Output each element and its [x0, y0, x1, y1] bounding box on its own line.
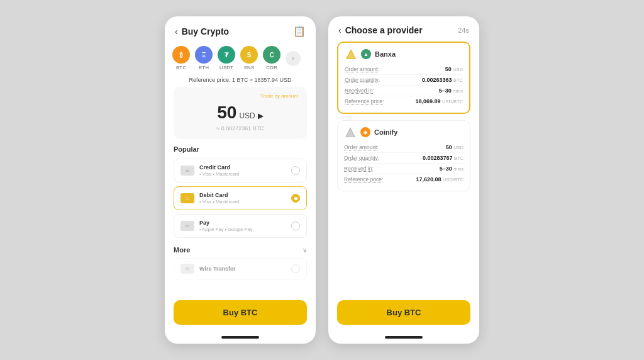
banxa-order-amount-label: Order amount: [345, 66, 379, 72]
coinify-received-value: 5–30 mins [440, 166, 464, 172]
banxa-received-label: Received in: [345, 87, 374, 94]
amount-display: 50 USD ▶ [182, 103, 298, 123]
tab-cdr[interactable]: C CDR [263, 46, 280, 70]
coinify-order-qty-row: Order quantity: 0.00283767 BTC [344, 153, 464, 164]
left-header: ‹ Buy Crypto 📋 [165, 16, 316, 43]
wire-transfer-radio[interactable] [291, 264, 300, 273]
amount-number[interactable]: 50 [217, 103, 236, 123]
sns-label: SNS [244, 65, 254, 70]
banxa-ref-price-label: Reference price: [345, 98, 384, 104]
pay-info: Pay • Apple Pay • Google Pay [199, 220, 286, 232]
radio-dot [294, 197, 297, 200]
reference-price-label: Reference price: [189, 77, 230, 83]
back-button-right[interactable]: ‹ [338, 25, 341, 35]
pay-icon: ▭ [180, 221, 194, 231]
coinify-logo-icon: ◈ [360, 127, 370, 137]
banxa-name: Banxa [375, 50, 396, 58]
left-screen-title: Buy Crypto [182, 26, 229, 37]
banxa-card[interactable]: ▲ Banxa Order amount: 50 USD Order quant… [337, 42, 470, 114]
wire-transfer-info: Wire Transfer [199, 266, 286, 272]
usdt-icon: ₮ [218, 46, 235, 64]
eth-icon: Ξ [195, 46, 213, 64]
coinify-name: Coinify [374, 128, 397, 136]
pay-radio[interactable] [291, 222, 300, 230]
coinify-ref-price-value: 17,620.08 USD/BTC [416, 176, 464, 183]
debit-card-subs: • Visa • Mastercard [199, 199, 286, 205]
credit-card-radio[interactable] [291, 166, 300, 175]
btc-icon: ₿ [172, 46, 190, 64]
reference-price-value: 1 BTC ≈ 18357.94 USD [232, 77, 292, 83]
tab-eth[interactable]: Ξ ETH [195, 46, 213, 70]
usdt-label: USDT [219, 65, 233, 70]
coinify-details: Order amount: 50 USD Order quantity: 0.0… [338, 142, 470, 191]
credit-card-name: Credit Card [199, 164, 286, 171]
banxa-order-amount-row: Order amount: 50 USD [345, 64, 463, 75]
more-title: More [174, 246, 190, 254]
banxa-badge-icon [345, 48, 357, 60]
banxa-received-row: Received in: 5–30 mins [345, 86, 463, 96]
coinify-order-qty-value: 0.00283767 BTC [423, 155, 464, 161]
debit-card-info: Debit Card • Visa • Mastercard [199, 192, 286, 205]
banxa-ref-price-row: Reference price: 18,069.89 USD/BTC [345, 96, 463, 106]
coinify-order-qty-label: Order quantity: [344, 155, 379, 161]
banxa-header: ▲ Banxa [338, 43, 469, 64]
banxa-order-qty-label: Order quantity: [345, 77, 380, 83]
pay-option[interactable]: ▭ Pay • Apple Pay • Google Pay [174, 214, 307, 238]
credit-card-info: Credit Card • Visa • Mastercard [199, 164, 286, 177]
right-screen-title: Choose a provider [345, 25, 423, 35]
right-header: ‹ Choose a provider 24s [328, 16, 479, 42]
eth-label: ETH [199, 65, 209, 70]
banxa-order-amount-value: 50 USD [445, 66, 463, 72]
more-section: More ∨ [165, 240, 316, 256]
coinify-ref-price-label: Reference price: [344, 176, 383, 183]
wire-transfer-icon: ⊟ [180, 264, 194, 274]
trade-by-amount-link[interactable]: Trade by amount [182, 93, 298, 99]
debit-card-radio[interactable] [291, 194, 300, 203]
banxa-received-value: 5–30 mins [439, 87, 463, 94]
back-button[interactable]: ‹ [175, 26, 178, 37]
banxa-ref-price-value: 18,069.89 USD/BTC [416, 98, 463, 104]
tab-usdt[interactable]: ₮ USDT [218, 46, 235, 70]
amount-currency: USD [239, 111, 255, 120]
banxa-details: Order amount: 50 USD Order quantity: 0.0… [338, 64, 469, 113]
buy-btc-button-left[interactable]: Buy BTC [174, 300, 307, 325]
coinify-received-row: Received in: 5–30 mins [344, 164, 464, 174]
debit-card-option[interactable]: ▭ Debit Card • Visa • Mastercard [174, 186, 307, 210]
coinify-received-label: Received in: [344, 166, 374, 172]
coinify-order-amount-label: Order amount: [344, 144, 379, 150]
clipboard-icon[interactable]: 📋 [293, 25, 306, 37]
coinify-header: ◈ Coinify [338, 121, 470, 142]
sns-icon: S [240, 46, 258, 64]
coinify-order-amount-value: 50 USD [446, 144, 464, 150]
banxa-order-qty-row: Order quantity: 0.00263363 BTC [345, 75, 463, 86]
more-cryptos-button[interactable]: › [286, 51, 301, 66]
popular-section-title: Popular [165, 139, 316, 157]
coinify-card[interactable]: ◈ Coinify Order amount: 50 USD Order qua… [337, 120, 470, 191]
amount-toggle-arrow[interactable]: ▶ [258, 111, 264, 120]
chevron-down-icon[interactable]: ∨ [303, 247, 307, 254]
buy-btc-button-right[interactable]: Buy BTC [337, 300, 470, 325]
tab-sns[interactable]: S SNS [240, 46, 258, 70]
coinify-order-amount-row: Order amount: 50 USD [344, 142, 464, 153]
credit-card-option[interactable]: ▭ Credit Card • Visa • Mastercard [174, 159, 307, 183]
crypto-tabs: ₿ BTC Ξ ETH ₮ USDT S SNS C CDR › [165, 43, 316, 76]
reference-price-row: Reference price: 1 BTC ≈ 18357.94 USD [165, 76, 316, 87]
cdr-icon: C [263, 46, 280, 64]
tab-btc[interactable]: ₿ BTC [172, 46, 190, 70]
home-indicator-left [221, 336, 259, 339]
amount-section: Trade by amount 50 USD ▶ ≈ 0.00272361 BT… [174, 87, 307, 139]
coinify-badge-icon [344, 126, 357, 138]
pay-subs: • Apple Pay • Google Pay [199, 227, 286, 232]
coinify-ref-price-row: Reference price: 17,620.08 USD/BTC [344, 174, 464, 184]
buy-crypto-screen: ‹ Buy Crypto 📋 ₿ BTC Ξ ETH ₮ USDT S SNS [165, 16, 316, 344]
choose-provider-screen: ‹ Choose a provider 24s ▲ Banxa Order am… [328, 16, 479, 344]
amount-equiv: ≈ 0.00272361 BTC [182, 125, 298, 132]
banxa-logo-icon: ▲ [361, 49, 371, 59]
wire-transfer-name: Wire Transfer [199, 266, 286, 272]
debit-card-icon: ▭ [180, 193, 194, 203]
wire-transfer-option[interactable]: ⊟ Wire Transfer [174, 258, 307, 279]
btc-label: BTC [176, 65, 186, 70]
pay-name: Pay [199, 220, 286, 226]
banxa-order-qty-value: 0.00263363 BTC [422, 77, 463, 83]
credit-card-subs: • Visa • Mastercard [199, 171, 286, 177]
